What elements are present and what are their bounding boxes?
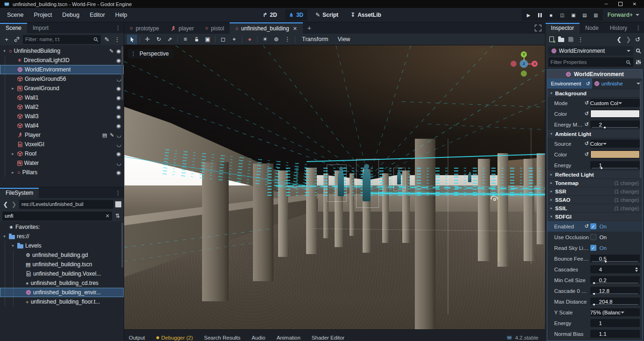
minimize-button[interactable]: ─	[605, 2, 608, 7]
gizmo-axis-x[interactable]: X	[532, 61, 538, 67]
script-icon[interactable]: ✎	[109, 49, 113, 54]
environment-property-row[interactable]: Environment ↺ unfinishe	[547, 78, 642, 89]
preview-environment-toggle[interactable]: ⊚	[271, 35, 281, 44]
dropdown-control[interactable]: Custom Col	[590, 99, 640, 107]
inspector-filter-input[interactable]	[551, 59, 624, 65]
tree-row[interactable]: Wall1◉	[0, 93, 124, 102]
property-row-enabled[interactable]: Enabled↺✓On	[547, 221, 642, 232]
movie-icon[interactable]: ▤	[102, 133, 107, 138]
tree-row[interactable]: NWater◡	[0, 158, 124, 168]
tree-row[interactable]: ▸Roof◉	[0, 149, 124, 158]
attach-script-button[interactable]: ✎	[103, 35, 111, 44]
view-menu-button[interactable]: ⋮ Perspective	[128, 49, 174, 58]
toggle-split-mode-icon[interactable]	[115, 201, 121, 207]
section-reflected-light[interactable]: ▸Reflected Light	[547, 170, 642, 179]
expand-arrow-icon[interactable]: ▸	[10, 170, 15, 175]
play-custom-scene-button[interactable]: ▤	[580, 10, 590, 20]
tree-row[interactable]: unfinished_building_envir...	[0, 288, 124, 297]
bottom-tab-output[interactable]: Output	[129, 335, 145, 341]
section-ssil[interactable]: ▸SSIL(1 change)	[547, 204, 642, 213]
revert-icon[interactable]: ↺	[584, 141, 590, 147]
selection-list-tool[interactable]: ≡	[180, 35, 190, 44]
maximize-button[interactable]	[618, 2, 623, 6]
visibility-toggle-icon[interactable]: ◉	[116, 58, 121, 63]
revert-icon[interactable]: ↺	[584, 100, 590, 106]
revert-icon[interactable]: ↺	[584, 223, 590, 229]
scale-tool[interactable]: ⇗	[165, 35, 175, 44]
section-ssr[interactable]: ▸SSR(1 change)	[547, 187, 642, 196]
menu-help[interactable]: Help	[110, 8, 133, 22]
spin-arrows-icon[interactable]	[635, 267, 638, 272]
nav-forward-icon[interactable]: ❯	[11, 201, 17, 208]
visibility-toggle-icon[interactable]: ◉	[116, 123, 121, 128]
viewport-menu-view[interactable]: View	[334, 34, 355, 45]
scene-tab-prototype[interactable]: ○prototype	[124, 23, 165, 34]
tab-filesystem[interactable]: FileSystem	[0, 188, 39, 198]
inspector-filter[interactable]	[548, 57, 633, 67]
tree-row[interactable]: ▸NGravelGround◉	[0, 84, 124, 93]
rotate-tool[interactable]: ↻	[154, 35, 164, 44]
visibility-toggle-icon[interactable]: ◡	[117, 133, 121, 138]
load-resource-icon[interactable]	[558, 36, 564, 42]
visibility-toggle-icon[interactable]: ◉	[116, 105, 121, 110]
gizmo-axis-neg-y[interactable]	[521, 71, 527, 77]
tree-row[interactable]: ★Favorites:	[0, 222, 124, 232]
slider-knob[interactable]	[593, 304, 595, 305]
tree-row[interactable]: ●unfinished_building_cd.tres	[0, 278, 124, 288]
edited-node-selector[interactable]: WorldEnvironment	[548, 46, 633, 56]
new-resource-icon[interactable]	[549, 36, 554, 42]
tab-import[interactable]: Import	[27, 23, 54, 33]
visibility-toggle-icon[interactable]: ◉	[116, 49, 121, 54]
move-tool[interactable]: ✛	[142, 35, 153, 44]
expand-arrow-icon[interactable]: ▾	[10, 243, 15, 248]
gizmo-axis-neg-x[interactable]	[511, 61, 517, 67]
script-icon[interactable]: ✎	[110, 133, 114, 138]
workspace-assetlib[interactable]: ↧AssetLib	[347, 9, 385, 21]
property-row-max-distance[interactable]: Max Distance204.8	[547, 296, 642, 307]
current-path[interactable]: res://Levels/unfinished_buil	[19, 200, 113, 209]
slider-control[interactable]: 2	[590, 121, 640, 128]
bottom-tab-audio[interactable]: Audio	[252, 335, 265, 341]
property-row-normal-bias[interactable]: Normal Bias1.1	[547, 328, 642, 339]
expand-arrow-icon[interactable]: ▸	[10, 86, 15, 91]
scene-tab-player[interactable]: player	[165, 23, 200, 34]
dropdown-control[interactable]: 75% (Balanc	[590, 308, 640, 316]
checkbox-checked[interactable]: ✓	[590, 245, 596, 251]
local-space-toggle[interactable]: ⌖	[229, 35, 239, 44]
slider-control[interactable]: 0.2	[590, 276, 640, 284]
color-swatch[interactable]	[590, 110, 640, 118]
renderer-select[interactable]: Forward+	[608, 12, 639, 18]
property-row-min-cell-size[interactable]: Min Cell Size0.2	[547, 275, 642, 285]
slider-knob[interactable]	[601, 167, 602, 169]
filesystem-search-input[interactable]	[5, 213, 104, 219]
tree-row[interactable]: Wall3◉	[0, 112, 124, 121]
tree-row[interactable]: ▸○Pillars◉	[0, 168, 124, 177]
slider-control[interactable]: 204.8	[590, 298, 640, 305]
visibility-toggle-icon[interactable]: ◉	[116, 151, 121, 156]
tab-history[interactable]: History	[604, 23, 633, 33]
slider-knob[interactable]	[604, 127, 606, 128]
bottom-tab-debugger-2-[interactable]: Debugger (2)	[156, 335, 193, 341]
bottom-tab-animation[interactable]: Animation	[277, 335, 301, 341]
section-tonemap[interactable]: ▸Tonemap(1 change)	[547, 179, 642, 187]
close-tab-icon[interactable]: ✕	[293, 26, 297, 32]
viewport-menu-transform[interactable]: Transform	[298, 34, 333, 45]
filesystem-search[interactable]: ✕	[2, 212, 112, 220]
scene-filter-input[interactable]	[25, 36, 91, 42]
slider-knob[interactable]	[593, 282, 595, 284]
camera-preview-toggle[interactable]: ●	[245, 35, 255, 44]
tree-row[interactable]: ▾res://	[0, 232, 124, 241]
tree-row[interactable]: GravelGround56◡	[0, 74, 124, 84]
fullscreen-toggle-icon[interactable]	[535, 25, 541, 31]
checkbox-checked[interactable]: ✓	[590, 223, 596, 229]
close-button[interactable]: ✕	[633, 2, 637, 7]
property-row-read-sky-light[interactable]: Read Sky Light✓On	[547, 242, 642, 253]
property-row-bounce-feed-[interactable]: Bounce Feed...0.5	[547, 253, 642, 264]
tree-row[interactable]: VoxelGI◡	[0, 140, 124, 149]
menu-editor[interactable]: Editor	[84, 8, 110, 22]
scene-tab-unfinished_building[interactable]: ○unfinished_building✕	[230, 22, 303, 34]
history-forward-icon[interactable]: ❯	[626, 36, 631, 43]
section-ssao[interactable]: ▸SSAO(1 change)	[547, 196, 642, 204]
save-resource-icon[interactable]	[568, 37, 574, 42]
plain-control[interactable]: 1.1	[590, 330, 640, 338]
